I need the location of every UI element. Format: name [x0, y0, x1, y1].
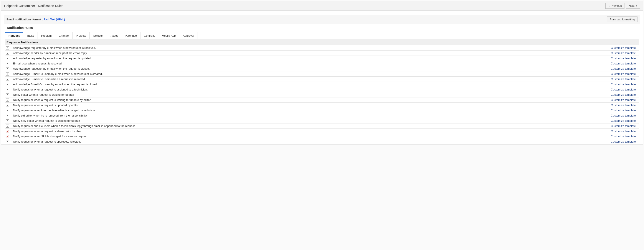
rule-row: Notify requester when intermediate edito…	[5, 108, 639, 113]
rule-row: E-mail user when a request is resolved.C…	[5, 61, 639, 66]
rule-checkbox[interactable]	[6, 57, 9, 60]
customize-template-link[interactable]: Customize template	[611, 93, 638, 96]
customize-template-link[interactable]: Customize template	[611, 83, 638, 86]
customize-template-link[interactable]: Customize template	[611, 77, 638, 81]
rule-checkbox[interactable]	[6, 67, 9, 70]
tab-contract[interactable]: Contract	[140, 32, 158, 39]
unchecked-dot-icon	[7, 79, 8, 80]
customize-template-link[interactable]: Customize template	[611, 72, 638, 75]
plain-text-button[interactable]: Plain text formatting	[607, 16, 638, 22]
rule-label: Acknowledge requester by e-mail when a n…	[9, 46, 611, 49]
customize-template-link[interactable]: Customize template	[611, 130, 638, 133]
rule-label: Acknowledge requester by e-mail when the…	[9, 57, 611, 60]
rule-checkbox[interactable]	[6, 46, 9, 49]
rule-row: Notify requester when a request is assig…	[5, 87, 639, 92]
customize-template-link[interactable]: Customize template	[611, 124, 638, 128]
rule-checkbox[interactable]	[6, 52, 9, 55]
customize-template-link[interactable]: Customize template	[611, 119, 638, 122]
rule-checkbox[interactable]: ✓	[6, 130, 9, 133]
rule-checkbox[interactable]	[6, 72, 9, 75]
tab-solution[interactable]: Solution	[90, 32, 107, 39]
rule-row: Acknowledge requester by e-mail when a n…	[5, 45, 639, 50]
unchecked-dot-icon	[7, 84, 8, 85]
unchecked-dot-icon	[7, 120, 8, 121]
rule-checkbox[interactable]	[6, 62, 9, 65]
content: Email notifications format : Rich Text (…	[1, 11, 643, 144]
customize-template-link[interactable]: Customize template	[611, 51, 638, 55]
rule-checkbox[interactable]	[6, 78, 9, 81]
rule-checkbox[interactable]	[6, 125, 9, 128]
tab-change[interactable]: Change	[55, 32, 72, 39]
rule-label: Notify requester when a request is assig…	[9, 88, 611, 91]
unchecked-dot-icon	[7, 110, 8, 111]
customize-template-link[interactable]: Customize template	[611, 135, 638, 138]
rule-checkbox[interactable]	[6, 88, 9, 91]
unchecked-dot-icon	[7, 63, 8, 64]
rule-checkbox[interactable]	[6, 98, 9, 102]
rule-checkbox[interactable]: ✓	[6, 135, 9, 138]
unchecked-dot-icon	[7, 105, 8, 106]
rule-label: Notify requester when SLA is changed for…	[9, 135, 611, 138]
customize-template-link[interactable]: Customize template	[611, 114, 638, 117]
format-left: Email notifications format : Rich Text (…	[6, 18, 65, 21]
unchecked-dot-icon	[7, 115, 8, 116]
customize-template-link[interactable]: Customize template	[611, 46, 638, 49]
format-link[interactable]: Rich Text (HTML)	[44, 18, 65, 21]
tab-purchase[interactable]: Purchase	[121, 32, 140, 39]
rules-list: Acknowledge requester by e-mail when a n…	[5, 45, 639, 144]
unchecked-dot-icon	[7, 53, 8, 54]
tab-projects[interactable]: Projects	[72, 32, 90, 39]
previous-button-label: Previous	[611, 4, 622, 7]
tab-approval[interactable]: Approval	[179, 32, 198, 39]
rule-label: Notify editor when a request is waiting …	[9, 93, 611, 96]
chevron-left-icon: ❮	[608, 4, 610, 7]
rule-label: Notify requester when intermediate edito…	[9, 109, 611, 112]
rule-row: Acknowledge E-mail Cc users when a reque…	[5, 77, 639, 82]
section-header: Requester Notifications	[5, 39, 639, 45]
tab-mobile-app[interactable]: Mobile App	[158, 32, 179, 39]
divider	[603, 17, 603, 22]
rule-row: Notify requester when a request is updat…	[5, 103, 639, 108]
rule-checkbox[interactable]	[6, 140, 9, 143]
customize-template-link[interactable]: Customize template	[611, 88, 638, 91]
unchecked-dot-icon	[7, 89, 8, 90]
rule-label: Acknowledge sender by e-mail on receipt …	[9, 51, 611, 55]
tab-problem[interactable]: Problem	[38, 32, 55, 39]
nav-buttons: ❮ Previous Next ❯	[605, 3, 640, 9]
customize-template-link[interactable]: Customize template	[611, 57, 638, 60]
rule-row: Acknowledge requester by e-mail when the…	[5, 66, 639, 71]
unchecked-dot-icon	[7, 74, 8, 74]
customize-template-link[interactable]: Customize template	[611, 103, 638, 107]
panel-title: Notification Rules	[4, 24, 640, 32]
tab-request[interactable]: Request	[5, 32, 23, 39]
rule-label: Notify requester when a request is waiti…	[9, 98, 611, 102]
customize-template-link[interactable]: Customize template	[611, 140, 638, 143]
rule-checkbox[interactable]	[6, 114, 9, 117]
rule-checkbox[interactable]	[6, 83, 9, 86]
customize-template-link[interactable]: Customize template	[611, 62, 638, 65]
rule-checkbox[interactable]	[6, 109, 9, 112]
rule-row: Acknowledge E-mail Cc users by e-mail wh…	[5, 82, 639, 87]
header-bar: Helpdesk Customizer - Notification Rules…	[1, 1, 643, 11]
tab-asset[interactable]: Asset	[107, 32, 121, 39]
customize-template-link[interactable]: Customize template	[611, 109, 638, 112]
rule-checkbox[interactable]	[6, 93, 9, 96]
tab-tasks[interactable]: Tasks	[23, 32, 38, 39]
format-label: Email notifications format :	[6, 18, 43, 21]
check-icon: ✓	[6, 130, 9, 133]
unchecked-dot-icon	[7, 58, 8, 59]
outer-container: Helpdesk Customizer - Notification Rules…	[1, 1, 643, 145]
unchecked-dot-icon	[7, 100, 8, 100]
next-button[interactable]: Next ❯	[626, 3, 640, 9]
rule-row: Acknowledge sender by e-mail on receipt …	[5, 50, 639, 56]
customize-template-link[interactable]: Customize template	[611, 67, 638, 70]
rule-label: Notify requester and Cc users when a tec…	[9, 124, 611, 128]
previous-button[interactable]: ❮ Previous	[605, 3, 624, 9]
rule-row: ✓Notify requester when SLA is changed fo…	[5, 134, 639, 139]
rule-row: Notify old editor when he is removed fro…	[5, 113, 639, 118]
rule-checkbox[interactable]	[6, 119, 9, 122]
notification-rules-panel: Notification Rules RequestTasksProblemCh…	[4, 24, 640, 144]
rule-checkbox[interactable]	[6, 104, 9, 107]
customize-template-link[interactable]: Customize template	[611, 98, 638, 102]
rule-row: ✓Notify requester when a request is shar…	[5, 129, 639, 134]
